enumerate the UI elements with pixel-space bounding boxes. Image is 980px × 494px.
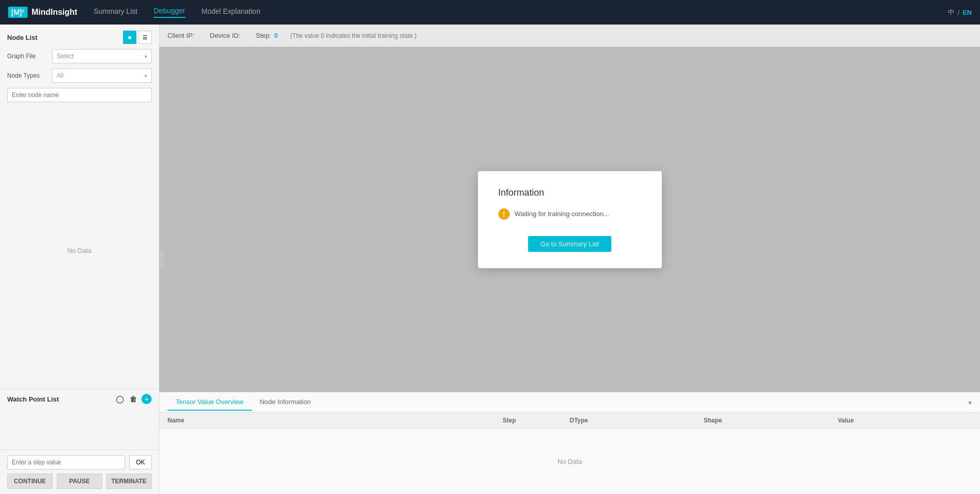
- control-buttons: CONTINUE PAUSE TERMINATE: [7, 474, 152, 489]
- nav-summary-list[interactable]: Summary List: [93, 7, 137, 17]
- step-value-display: 0: [274, 32, 278, 39]
- step-hint: (The value 0 indicates the initial train…: [290, 32, 416, 39]
- right-panel: Client IP: Device ID: Step: 0 (The value…: [159, 25, 980, 494]
- node-types-select[interactable]: All ▾: [52, 68, 152, 83]
- information-modal: Information ! Waiting for training conne…: [478, 171, 662, 268]
- tab-node-information[interactable]: Node Information: [252, 394, 319, 411]
- step-item: Step: 0: [256, 32, 278, 39]
- watch-point-title: Watch Point List: [7, 395, 59, 403]
- grid-view-button[interactable]: ■: [123, 31, 136, 44]
- language-switcher: 中 / EN: [948, 8, 972, 17]
- step-input-row: OK: [7, 455, 152, 469]
- col-step: Step: [503, 417, 569, 424]
- lang-zh[interactable]: 中: [948, 8, 954, 17]
- bottom-tabs-left: Tensor Value Overview Node Information: [168, 394, 319, 411]
- warning-icon: !: [498, 208, 510, 220]
- logo-box: [M]²: [8, 7, 28, 18]
- nav-debugger[interactable]: Debugger: [154, 7, 185, 18]
- graph-file-select[interactable]: Select ▾: [52, 49, 152, 63]
- left-sidebar: Node List ■ ☰ Graph File Select ▾ Node T…: [0, 25, 159, 494]
- list-view-button[interactable]: ☰: [138, 31, 152, 44]
- node-list-title: Node List: [7, 34, 37, 41]
- terminate-button[interactable]: TERMINATE: [106, 474, 152, 489]
- col-dtype: DType: [570, 417, 704, 424]
- modal-message-row: ! Waiting for training connection...: [498, 208, 641, 220]
- add-watch-point-button[interactable]: +: [141, 394, 152, 404]
- pause-button[interactable]: PAUSE: [57, 474, 102, 489]
- modal-overlay: Information ! Waiting for training conne…: [159, 47, 980, 392]
- logo-area: [M]² MindInsight: [8, 7, 77, 18]
- watch-point-icons: ◯ 🗑 +: [115, 394, 152, 404]
- bottom-panel-chevron-icon[interactable]: ▾: [968, 398, 972, 407]
- ok-button[interactable]: OK: [129, 455, 152, 469]
- col-name: Name: [168, 417, 503, 424]
- device-id-item: Device ID:: [210, 32, 244, 39]
- table-body-no-data: No Data: [159, 429, 980, 494]
- lang-en[interactable]: EN: [963, 9, 972, 16]
- node-types-value: All: [57, 72, 63, 79]
- node-types-label: Node Types: [7, 72, 48, 79]
- modal-button-row: Go to Summary List: [498, 236, 641, 252]
- graph-file-value: Select: [57, 53, 74, 60]
- continue-button[interactable]: CONTINUE: [7, 474, 53, 489]
- node-types-row: Node Types All ▾: [7, 68, 152, 83]
- node-list-no-data: No Data: [0, 112, 159, 388]
- tab-tensor-value-overview[interactable]: Tensor Value Overview: [168, 394, 252, 411]
- graph-file-label: Graph File: [7, 53, 48, 60]
- bottom-tabs-bar: Tensor Value Overview Node Information ▾: [159, 392, 980, 413]
- node-types-chevron-icon: ▾: [145, 73, 147, 79]
- bottom-panel: Tensor Value Overview Node Information ▾…: [159, 392, 980, 494]
- node-list-section: Node List ■ ☰ Graph File Select ▾ Node T…: [0, 25, 159, 112]
- table-header: Name Step DType Shape Value: [159, 413, 980, 429]
- nav-model-explanation[interactable]: Model Explanation: [202, 7, 260, 17]
- node-search-input[interactable]: [7, 88, 152, 102]
- step-label: Step:: [256, 32, 271, 39]
- go-to-summary-list-button[interactable]: Go to Summary List: [528, 236, 611, 252]
- modal-message-text: Waiting for training connection...: [515, 210, 609, 218]
- watch-point-section: Watch Point List ◯ 🗑 +: [0, 388, 159, 450]
- watch-point-header: Watch Point List ◯ 🗑 +: [7, 394, 152, 404]
- top-navigation: [M]² MindInsight Summary List Debugger M…: [0, 0, 980, 25]
- node-list-header: Node List ■ ☰: [7, 31, 152, 44]
- lang-separator: /: [958, 9, 960, 16]
- nav-links: Summary List Debugger Model Explanation: [93, 7, 948, 18]
- app-name: MindInsight: [32, 8, 78, 17]
- client-ip-label: Client IP:: [168, 32, 195, 39]
- bottom-controls: OK CONTINUE PAUSE TERMINATE: [0, 450, 159, 494]
- canvas-area: Information ! Waiting for training conne…: [159, 47, 980, 392]
- modal-title: Information: [498, 187, 641, 198]
- col-shape: Shape: [704, 417, 838, 424]
- delete-icon-button[interactable]: 🗑: [128, 394, 138, 404]
- device-id-label: Device ID:: [210, 32, 241, 39]
- view-toggle: ■ ☰: [123, 31, 152, 44]
- col-value: Value: [838, 417, 972, 424]
- info-bar: Client IP: Device ID: Step: 0 (The value…: [159, 25, 980, 47]
- client-ip-item: Client IP:: [168, 32, 198, 39]
- main-layout: Node List ■ ☰ Graph File Select ▾ Node T…: [0, 25, 980, 494]
- graph-file-chevron-icon: ▾: [145, 54, 147, 59]
- table-no-data-text: No Data: [558, 458, 582, 465]
- settings-icon-button[interactable]: ◯: [115, 394, 125, 404]
- step-value-input[interactable]: [7, 455, 125, 469]
- graph-file-row: Graph File Select ▾: [7, 49, 152, 63]
